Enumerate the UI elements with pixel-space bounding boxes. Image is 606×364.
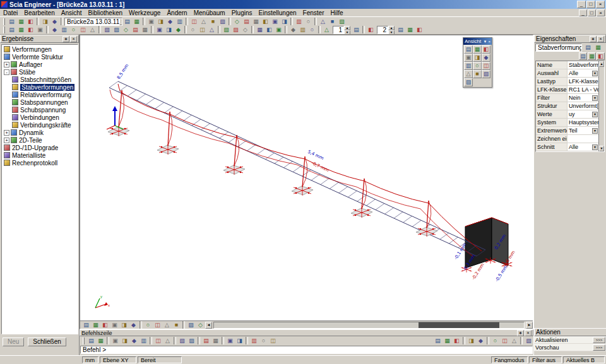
- perspective-icon[interactable]: ▧: [482, 70, 490, 78]
- settings-icon[interactable]: ▤: [583, 44, 593, 52]
- property-row-system[interactable]: SystemHauptsystem▼: [536, 119, 598, 127]
- select-previous-icon[interactable]: ▤: [201, 337, 211, 345]
- zoom-out-icon[interactable]: ◨: [235, 337, 244, 345]
- coordinates-relative-icon[interactable]: ▨: [187, 337, 196, 345]
- midpoint-snap-icon[interactable]: ◆: [129, 337, 139, 345]
- background-color-icon[interactable]: △: [509, 337, 519, 345]
- scroll-down-icon[interactable]: ▼: [599, 146, 604, 151]
- command-input[interactable]: Befehl >: [80, 346, 533, 354]
- filter-icon[interactable]: ◧: [597, 52, 605, 60]
- tree-item-2d-1d-upgrade[interactable]: 2D-/1D-Upgrade: [2, 144, 78, 151]
- dot-snap-icon[interactable]: ◨: [120, 337, 129, 345]
- copy-element-icon[interactable]: ◆: [50, 26, 59, 34]
- zoom-out-icon[interactable]: ▣: [110, 321, 119, 329]
- property-row-filter[interactable]: FilterNein▼: [536, 94, 598, 102]
- plane-xz-icon[interactable]: ○: [259, 337, 268, 345]
- close-button[interactable]: ×: [596, 1, 605, 8]
- refresh-results-icon[interactable]: ▤: [396, 26, 405, 34]
- named-views-icon[interactable]: △: [322, 26, 331, 34]
- mirror-element-icon[interactable]: ◫: [78, 26, 88, 34]
- property-value[interactable]: Nein▼: [567, 94, 598, 102]
- undo-icon[interactable]: ▤: [122, 18, 132, 26]
- action-more-button[interactable]: >>>: [593, 344, 605, 351]
- view-settings-icon[interactable]: ▨: [464, 78, 473, 86]
- document-manager-icon[interactable]: ▥: [175, 18, 184, 26]
- snap-mode-icon[interactable]: ○: [304, 18, 313, 26]
- maximize-view-icon[interactable]: ▧: [524, 337, 533, 345]
- menu-bearbeiten[interactable]: Bearbeiten: [21, 9, 57, 16]
- chevron-down-icon[interactable]: ▼: [592, 95, 598, 101]
- add-beam-icon[interactable]: ▨: [112, 26, 121, 34]
- pan-view-icon[interactable]: ◨: [119, 321, 129, 329]
- view-top-icon[interactable]: ◫: [153, 321, 162, 329]
- add-node-icon[interactable]: ▧: [102, 26, 112, 34]
- property-row-zeichnen-ein[interactable]: Zeichnen ein...: [536, 135, 598, 143]
- tree-item-2d-teile[interactable]: +2D-Teile: [2, 136, 78, 144]
- tree-item-verformungen[interactable]: Verformungen: [2, 45, 78, 53]
- chart-icon[interactable]: ▦: [588, 52, 596, 60]
- scale-value-1[interactable]: 1: [333, 26, 344, 34]
- wireframe-mode-icon[interactable]: ◆: [288, 26, 298, 34]
- tree-item-relativverformung[interactable]: Relativverformung: [2, 91, 78, 98]
- zoom-all-icon[interactable]: ▣: [464, 54, 473, 62]
- menu-werkzeuge[interactable]: Werkzeuge: [126, 9, 163, 16]
- wireframe-view-icon[interactable]: ▤: [433, 337, 443, 345]
- activity-icon[interactable]: △: [199, 18, 208, 26]
- render-settings-icon[interactable]: ▨: [186, 321, 196, 329]
- menu-hilfe[interactable]: Hilfe: [327, 9, 346, 16]
- pan-icon[interactable]: ▣: [270, 18, 280, 26]
- expand-icon[interactable]: +: [4, 130, 9, 136]
- pan-icon[interactable]: ▥: [464, 62, 473, 70]
- zoom-all-icon[interactable]: ◇: [232, 18, 242, 26]
- tree-item-verbindungskräfte[interactable]: Verbindungskräfte: [2, 121, 78, 129]
- help-icon[interactable]: ▦: [593, 44, 603, 52]
- view-y-icon[interactable]: ◫: [482, 62, 490, 70]
- spin-up-icon[interactable]: ▲: [388, 26, 395, 30]
- combinations-icon[interactable]: ◆: [174, 26, 183, 34]
- animation-icon[interactable]: ◧: [366, 26, 376, 34]
- ansicht-panel-titlebar[interactable]: Ansicht ▼ ×: [463, 38, 492, 45]
- property-value[interactable]: Stabverformung.: [567, 61, 598, 69]
- property-row-auswahl[interactable]: AuswahlAlle▼: [536, 69, 598, 78]
- units-setup-icon[interactable]: △: [318, 18, 328, 26]
- property-value[interactable]: RC1 LA - Ver▼: [567, 86, 598, 93]
- plane-yz-icon[interactable]: ◫: [268, 337, 278, 345]
- ortho-mode-icon[interactable]: ◫: [153, 337, 163, 345]
- tree-item-verformte-struktur[interactable]: Verformte Struktur: [2, 53, 78, 61]
- clipping-box-icon[interactable]: ▧: [218, 18, 227, 26]
- collapse-icon[interactable]: -: [4, 69, 9, 75]
- project-combo[interactable]: Brücke2a 13.03.11 ▼: [64, 18, 122, 26]
- property-row-lasttyp[interactable]: LasttypLFK-Klasse▼: [536, 78, 598, 86]
- property-value[interactable]: Alle▼: [567, 69, 598, 77]
- scale-element-icon[interactable]: △: [88, 26, 97, 34]
- pin-icon[interactable]: ∗: [517, 330, 524, 336]
- hidden-line-mode-icon[interactable]: ○: [307, 26, 317, 34]
- chevron-down-icon[interactable]: ▼: [484, 40, 487, 44]
- command-close-icon[interactable]: ▤: [86, 337, 96, 345]
- zoom-out-icon[interactable]: ▦: [473, 45, 482, 54]
- scroll-up-icon[interactable]: ▲: [599, 61, 604, 67]
- close-icon[interactable]: ×: [488, 40, 490, 44]
- spin-up-icon[interactable]: ▲: [344, 26, 350, 30]
- coordinates-info-icon[interactable]: ▥: [294, 18, 304, 26]
- calculator-icon[interactable]: ▣: [146, 18, 156, 26]
- menu-einstellungen[interactable]: Einstellungen: [256, 9, 300, 16]
- mdi-minimize-button[interactable]: _: [579, 9, 587, 16]
- rotate-view-icon[interactable]: ◆: [129, 321, 138, 329]
- surface-settings-icon[interactable]: ◫: [500, 337, 509, 345]
- render-mode-icon[interactable]: ▥: [298, 26, 307, 34]
- tree-item-auflager[interactable]: +Auflager: [2, 61, 78, 68]
- tree-item-stabspannungen[interactable]: Stabspannungen: [2, 98, 78, 106]
- scale-value-2[interactable]: 2: [377, 26, 388, 34]
- property-row-struktur[interactable]: StrukturUnverformt▼: [536, 102, 598, 110]
- move-element-icon[interactable]: ▥: [59, 26, 69, 34]
- action-more-button[interactable]: >>>: [593, 337, 605, 343]
- property-value[interactable]: Unverformt▼: [567, 102, 598, 110]
- property-row-name[interactable]: NameStabverformung.: [536, 61, 598, 69]
- tree-item-dynamik[interactable]: +Dynamik: [2, 129, 78, 136]
- scroll-left-icon[interactable]: ◄: [205, 322, 212, 329]
- property-value[interactable]: uy▼: [567, 110, 598, 118]
- tree-item-stäbe[interactable]: -Stäbe: [2, 68, 78, 76]
- toolbar-grip[interactable]: [3, 18, 5, 25]
- menu-bibliotheken[interactable]: Bibliotheken: [85, 9, 126, 16]
